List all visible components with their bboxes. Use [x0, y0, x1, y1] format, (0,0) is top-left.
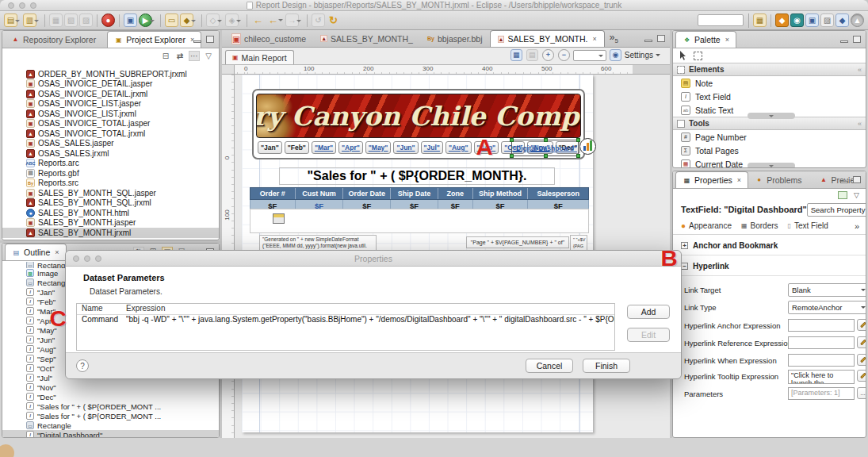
generated-on-textfield[interactable]: "Generated on " + new SimpleDateFormat("…: [259, 235, 377, 251]
sales-title-textfield[interactable]: "Sales for " + ( $P{ORDER_MONTH}.: [279, 167, 555, 185]
month-aug[interactable]: "Aug": [445, 141, 472, 154]
palette-drawer-elements[interactable]: Elements «: [673, 63, 866, 76]
tab-problems[interactable]: ● Problems: [748, 171, 813, 188]
edit-expression-button[interactable]: [857, 370, 866, 382]
bbj-chile-icon[interactable]: ●: [101, 13, 115, 27]
tree-item[interactable]: ▣ SALES_BY_MONTH_SQL.jasper: [2, 188, 219, 198]
outline-item[interactable]: I "Sales for " + ( $P{ORDER_MONT ...: [2, 411, 219, 421]
page-number-textfield[interactable]: "Page " + $V{PAGE_NUMBER} + " of": [466, 236, 569, 248]
view-filters-icon[interactable]: ⋯: [189, 51, 200, 61]
subreport-icon[interactable]: [273, 213, 285, 224]
subtab-appearance[interactable]: ● Appearance: [681, 221, 732, 230]
outline-item[interactable]: ▭ Rectangle: [2, 421, 219, 430]
tree-item[interactable]: ▣ OSAS_INVOICE_TOTAL.jasper: [2, 119, 219, 129]
palette-item[interactable]: # Page Number: [673, 130, 866, 144]
tab-overflow[interactable]: »5: [610, 32, 618, 44]
tree-item[interactable]: ABC Reports.arc: [2, 159, 219, 169]
cancel-button[interactable]: Cancel: [526, 359, 573, 373]
tab-sales-by-month-sql[interactable]: ▲ SALES_BY_MONTH_: [313, 30, 420, 47]
close-icon[interactable]: ×: [737, 176, 741, 184]
toolbar-separator[interactable]: [307, 14, 308, 27]
link-type-combo[interactable]: RemoteAnchor: [788, 301, 866, 314]
palette-item[interactable]: I Text Field: [673, 90, 866, 103]
column-header[interactable]: Ship Date: [391, 188, 438, 199]
pin-editor-icon[interactable]: [838, 191, 847, 199]
save-all-icon[interactable]: ▧: [64, 13, 78, 27]
dialog-close-button[interactable]: [73, 255, 79, 262]
drawer-pin-icon[interactable]: «: [858, 120, 862, 128]
toolbar-separator[interactable]: [201, 14, 202, 27]
column-header[interactable]: Cust Num: [296, 188, 344, 199]
zoom-level-combo[interactable]: [573, 50, 606, 61]
minimize-icon[interactable]: [840, 40, 848, 43]
dialog-minimize-button[interactable]: [84, 255, 90, 262]
open-folder-icon[interactable]: ▭: [165, 13, 178, 27]
perspective-report-design-icon[interactable]: ▲: [851, 13, 864, 27]
close-icon[interactable]: ×: [592, 35, 596, 43]
new-report-wizard-icon[interactable]: ▥: [23, 13, 36, 27]
link-target-combo[interactable]: Blank: [788, 283, 866, 297]
add-button[interactable]: Add: [627, 305, 670, 319]
selection-handle[interactable]: [544, 138, 548, 142]
edit-expression-button[interactable]: [857, 354, 866, 366]
column-header[interactable]: Order #: [250, 188, 296, 199]
month-apr[interactable]: "Apr": [338, 141, 363, 154]
settings-menu[interactable]: Settings: [625, 51, 660, 60]
month-jan[interactable]: "Jan": [258, 141, 282, 154]
parameters-browse-button[interactable]: ...: [857, 387, 866, 399]
column-header[interactable]: Ship Method: [473, 188, 529, 199]
dashboard-chart-icon[interactable]: [579, 138, 596, 155]
toolbar-separator[interactable]: [119, 14, 120, 27]
save-icon[interactable]: ▦: [49, 13, 63, 27]
view-menu-icon[interactable]: ▽: [203, 52, 214, 60]
tab-chileco-custome[interactable]: ▣ chileco_custome: [224, 30, 313, 47]
selection-handle[interactable]: [576, 138, 580, 142]
tab-properties[interactable]: ▦ Properties ×: [675, 171, 748, 188]
edit-expression-button[interactable]: [857, 319, 866, 331]
drawer-pin-icon[interactable]: «: [858, 66, 862, 74]
zoom-in-icon[interactable]: +: [542, 49, 554, 61]
column-header[interactable]: Name: [77, 304, 126, 314]
tree-item[interactable]: ▣ OSAS_SALES.jasper: [2, 139, 219, 149]
toolbar-separator[interactable]: [44, 14, 45, 27]
search-property-combo[interactable]: Search Property: [807, 203, 866, 217]
tab-palette[interactable]: ❖ Palette ×: [675, 31, 736, 48]
new-icon[interactable]: ▤: [4, 13, 17, 27]
column-header[interactable]: Expression: [126, 304, 165, 314]
tab-outline[interactable]: ▤ Outline ×: [5, 244, 67, 260]
section-anchor-bookmark[interactable]: + Anchor and Bookmark: [673, 235, 866, 255]
tab-project-explorer[interactable]: ▣ Project Explorer ×: [107, 31, 201, 48]
subtab-borders[interactable]: ▦ Borders: [741, 221, 778, 230]
month-may[interactable]: "May": [365, 141, 392, 154]
selection-handle[interactable]: [510, 154, 514, 158]
perspective-debug-icon[interactable]: ◉: [790, 13, 804, 27]
dialog-zoom-button[interactable]: [95, 255, 101, 262]
close-icon[interactable]: ×: [55, 248, 59, 256]
tree-item[interactable]: ▲ OSAS_INVOICE_DETAIL.jrxml: [2, 89, 219, 99]
subtab-text-field[interactable]: ▯ Text Field: [788, 221, 828, 230]
back-icon[interactable]: ←: [251, 13, 265, 27]
collapse-icon[interactable]: −: [681, 263, 688, 270]
tree-item[interactable]: ● SALES_BY_MONTH.html: [2, 208, 219, 218]
parameters-table[interactable]: NameExpression Command "bbj -q -WD" + "\…: [76, 303, 615, 351]
month-feb[interactable]: "Feb": [285, 141, 309, 154]
tab-sales-by-month[interactable]: ▲ SALES_BY_MONTH. ×: [490, 30, 605, 47]
expand-icon[interactable]: +: [681, 242, 688, 249]
tree-item[interactable]: ▲ OSAS_SALES.jrxml: [2, 148, 219, 159]
outline-item[interactable]: I "Sales for " + ( $P{ORDER_MONT ...: [2, 401, 219, 411]
selection-handle[interactable]: [544, 154, 548, 158]
month-jun[interactable]: "Jun": [393, 141, 418, 154]
maximize-icon[interactable]: [206, 36, 214, 43]
forward-icon[interactable]: →: [285, 13, 299, 27]
finish-button[interactable]: Finish: [583, 359, 630, 373]
column-header[interactable]: Salesperson: [528, 188, 588, 199]
outline-item[interactable]: I "Dec": [2, 392, 219, 401]
selection-handle[interactable]: [510, 138, 514, 142]
new-class-icon[interactable]: ◇: [206, 13, 220, 27]
tree-item[interactable]: ▲ ORDER_BY_MONTH_SUBREPORT.jrxml: [2, 69, 219, 79]
column-header[interactable]: Zone: [438, 188, 473, 199]
perspective-bbj-icon[interactable]: ◆: [775, 13, 789, 27]
tree-item[interactable]: By Reports.src: [2, 179, 219, 189]
tree-item[interactable]: ▤ Reports.gbf: [2, 168, 219, 179]
tab-repository-explorer[interactable]: ▲ Repository Explorer: [5, 31, 107, 48]
